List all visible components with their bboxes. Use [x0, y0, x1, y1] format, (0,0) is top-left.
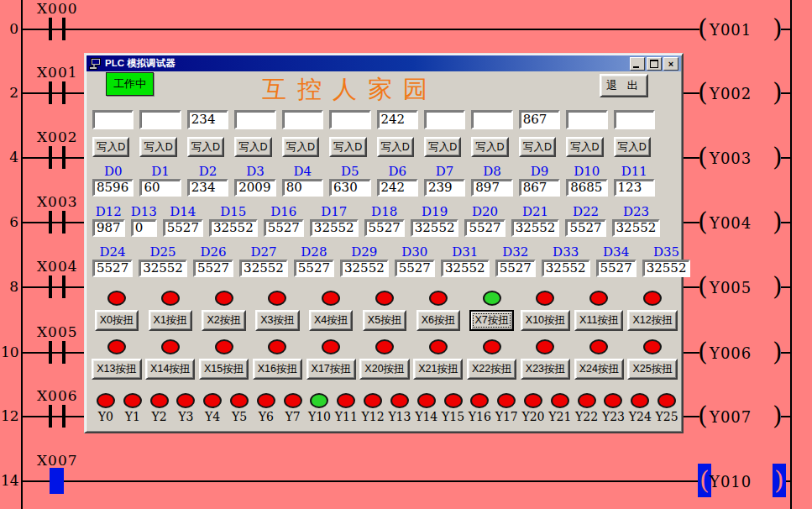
register-value[interactable]: 5527	[163, 219, 203, 237]
write-register-button[interactable]: 写入D	[282, 137, 319, 157]
register-value[interactable]: 234	[187, 179, 228, 197]
register-value[interactable]: 32552	[209, 219, 258, 237]
contact-symbol[interactable]	[47, 339, 67, 365]
write-register-button[interactable]: 写入D	[187, 137, 224, 157]
write-value-input[interactable]: 867	[519, 110, 560, 129]
maximize-button[interactable]	[647, 57, 662, 71]
write-value-input[interactable]	[471, 110, 512, 129]
wire	[781, 352, 792, 354]
register-value[interactable]: 987	[92, 219, 125, 237]
register-value[interactable]: 5527	[193, 260, 233, 277]
input-toggle-button[interactable]: X13按扭	[92, 359, 141, 380]
write-register-button[interactable]: 写入D	[139, 137, 176, 157]
input-toggle-button[interactable]: X2按扭	[202, 310, 245, 331]
close-button[interactable]: ×	[663, 57, 678, 71]
register-value[interactable]: 32552	[310, 219, 359, 237]
input-toggle-button[interactable]: X1按扭	[149, 310, 192, 331]
register-value[interactable]: 32552	[340, 260, 389, 277]
input-toggle-button[interactable]: X23按扭	[521, 359, 570, 380]
contact-symbol[interactable]	[47, 468, 67, 494]
write-value-input[interactable]	[234, 110, 275, 129]
register-value[interactable]: 60	[139, 179, 181, 197]
output-led	[497, 393, 516, 408]
input-toggle-button[interactable]: X3按扭	[255, 310, 299, 331]
write-value-input[interactable]	[282, 110, 323, 129]
register-value[interactable]: 630	[329, 179, 370, 197]
contact-symbol[interactable]	[47, 80, 67, 106]
input-toggle-button[interactable]: X22按扭	[467, 359, 516, 380]
write-value-input[interactable]	[139, 110, 181, 129]
contact-symbol[interactable]	[47, 274, 67, 300]
register-value[interactable]: 5527	[565, 219, 605, 237]
input-toggle-button[interactable]: X17按扭	[306, 359, 356, 380]
write-value-input[interactable]	[566, 110, 607, 129]
input-toggle-button[interactable]: X21按扭	[413, 359, 463, 380]
register-value[interactable]: 32552	[542, 260, 590, 277]
window-titlebar[interactable]: PLC 模拟调试器 ×	[86, 55, 681, 71]
input-toggle-button[interactable]: X25按扭	[627, 359, 677, 380]
register-value[interactable]: 32552	[411, 219, 459, 237]
register-value[interactable]: 32552	[139, 260, 187, 277]
input-toggle-button[interactable]: X0按扭	[95, 310, 139, 331]
contact-symbol[interactable]	[47, 16, 67, 42]
exit-button[interactable]: 退 出	[600, 74, 648, 97]
input-toggle-button[interactable]: X14按扭	[145, 359, 195, 380]
register-value[interactable]: 123	[614, 179, 655, 197]
write-register-button[interactable]: 写入D	[566, 137, 603, 157]
output-label: Y10	[308, 410, 331, 423]
register-value[interactable]: 5527	[596, 260, 637, 277]
register-value[interactable]: 867	[519, 179, 560, 197]
register-value[interactable]: 242	[377, 179, 418, 197]
status-working-button[interactable]: 工作中	[106, 72, 154, 96]
write-value-input[interactable]: 242	[377, 110, 418, 129]
write-register-button[interactable]: 写入D	[424, 137, 461, 157]
input-toggle-button[interactable]: X11按扭	[574, 310, 623, 331]
register-value[interactable]: 32552	[239, 260, 288, 277]
register-value[interactable]: 5527	[92, 260, 133, 277]
write-value-input[interactable]	[424, 110, 465, 129]
write-register-button[interactable]: 写入D	[519, 137, 556, 157]
input-cell: X3按扭	[250, 291, 304, 331]
register-value[interactable]: 2009	[234, 179, 275, 197]
register-value[interactable]: 5527	[395, 260, 435, 277]
contact-symbol[interactable]	[47, 403, 67, 429]
register-value[interactable]: 5527	[264, 219, 304, 237]
input-toggle-button[interactable]: X5按扭	[363, 310, 406, 331]
register-value[interactable]: 32552	[642, 260, 691, 277]
input-toggle-button[interactable]: X12按扭	[627, 310, 677, 331]
register-value[interactable]: 32552	[612, 219, 661, 237]
register-value[interactable]: 897	[471, 179, 512, 197]
register-value[interactable]: 5527	[495, 260, 536, 277]
register-value[interactable]: 8596	[92, 179, 134, 197]
register-value[interactable]: 5527	[294, 260, 334, 277]
write-register-button[interactable]: 写入D	[377, 137, 414, 157]
write-value-input[interactable]	[614, 110, 655, 129]
input-toggle-button[interactable]: X16按扭	[253, 359, 302, 380]
write-register-button[interactable]: 写入D	[329, 137, 366, 157]
write-register-button[interactable]: 写入D	[614, 137, 651, 157]
register-value[interactable]: 5527	[364, 219, 405, 237]
register-value[interactable]: 80	[282, 179, 323, 197]
register-value[interactable]: 5527	[464, 219, 505, 237]
input-toggle-button[interactable]: X7按扭	[469, 310, 513, 331]
input-toggle-button[interactable]: X10按扭	[521, 310, 570, 331]
write-value-input[interactable]: 234	[187, 110, 228, 129]
input-toggle-button[interactable]: X20按扭	[359, 359, 409, 380]
register-value[interactable]: 8685	[566, 179, 607, 197]
minimize-button[interactable]	[630, 57, 645, 71]
write-value-input[interactable]	[329, 110, 370, 129]
write-value-input[interactable]	[92, 110, 134, 129]
register-value[interactable]: 32552	[441, 260, 490, 277]
input-toggle-button[interactable]: X6按扭	[416, 310, 460, 331]
contact-symbol[interactable]	[47, 144, 67, 171]
input-toggle-button[interactable]: X24按扭	[574, 359, 624, 380]
write-register-button[interactable]: 写入D	[234, 137, 271, 157]
register-value[interactable]: 239	[424, 179, 465, 197]
register-value[interactable]: 0	[131, 219, 157, 237]
register-value[interactable]: 32552	[511, 219, 560, 237]
write-register-button[interactable]: 写入D	[471, 137, 508, 157]
contact-symbol[interactable]	[47, 209, 67, 235]
write-register-button[interactable]: 写入D	[92, 137, 129, 157]
input-toggle-button[interactable]: X15按扭	[199, 359, 249, 380]
input-toggle-button[interactable]: X4按扭	[309, 310, 353, 331]
